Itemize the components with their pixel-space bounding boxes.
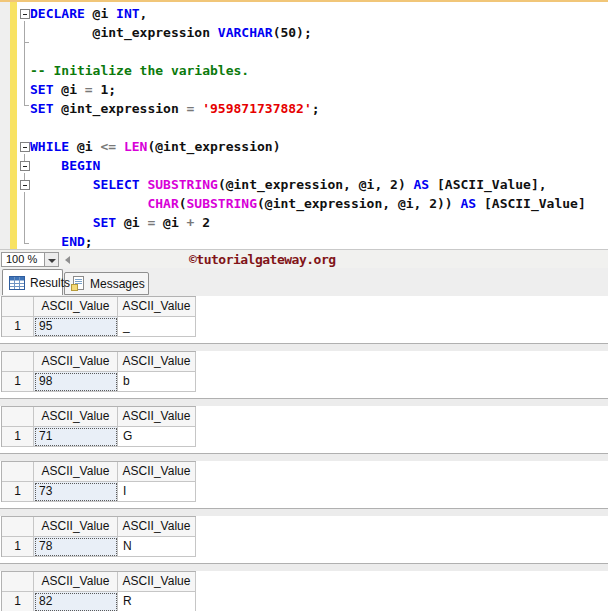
code-line[interactable] xyxy=(30,118,586,137)
results-grid-icon xyxy=(9,276,25,290)
cell-character[interactable]: R xyxy=(118,592,196,611)
code-line[interactable]: SET @i = @i + 2 xyxy=(30,213,586,232)
row-number[interactable]: 1 xyxy=(2,592,34,611)
outline-region-end-tick xyxy=(24,42,29,43)
cell-character[interactable]: G xyxy=(118,427,196,447)
result-set-panel: ASCII_ValueASCII_Value182R xyxy=(0,571,608,611)
column-header-ascii-value[interactable]: ASCII_Value xyxy=(34,352,118,372)
outline-region-end-tick xyxy=(24,243,29,244)
row-number[interactable]: 1 xyxy=(2,317,34,337)
tab-messages-label: Messages xyxy=(90,277,145,291)
result-set-panel: ASCII_ValueASCII_Value171G xyxy=(0,406,608,461)
zoom-level-combobox[interactable]: 100 % xyxy=(1,252,45,267)
results-grid[interactable]: ASCII_ValueASCII_Value171G xyxy=(1,406,196,447)
result-set-panel: ASCII_ValueASCII_Value173I xyxy=(0,461,608,516)
collapse-minus-icon[interactable] xyxy=(20,9,30,19)
column-header-ascii-value[interactable]: ASCII_Value xyxy=(118,517,196,537)
cell-ascii-code[interactable]: 95 xyxy=(34,317,118,337)
cell-character[interactable]: I xyxy=(118,482,196,502)
code-line[interactable]: -- Initialize the variables. xyxy=(30,61,586,80)
code-line[interactable] xyxy=(30,42,586,61)
grid-splitter[interactable] xyxy=(0,508,608,516)
zoom-dropdown-arrow-icon[interactable] xyxy=(45,252,59,267)
grid-corner-cell[interactable] xyxy=(2,462,34,482)
column-header-ascii-value[interactable]: ASCII_Value xyxy=(34,297,118,317)
results-grid[interactable]: ASCII_ValueASCII_Value178N xyxy=(1,516,196,557)
hscrollbar-left-arrow-icon[interactable] xyxy=(62,253,74,266)
code-line[interactable]: DECLARE @i INT, xyxy=(30,4,586,23)
column-header-ascii-value[interactable]: ASCII_Value xyxy=(118,407,196,427)
code-line[interactable]: CHAR(SUBSTRING(@int_expression, @i, 2)) … xyxy=(30,194,586,213)
grid-corner-cell[interactable] xyxy=(2,517,34,537)
row-number[interactable]: 1 xyxy=(2,427,34,447)
column-header-ascii-value[interactable]: ASCII_Value xyxy=(34,517,118,537)
cell-ascii-code[interactable]: 78 xyxy=(34,537,118,557)
grid-splitter[interactable] xyxy=(0,563,608,571)
results-grid[interactable]: ASCII_ValueASCII_Value173I xyxy=(1,461,196,502)
row-number[interactable]: 1 xyxy=(2,482,34,502)
grid-corner-cell[interactable] xyxy=(2,572,34,592)
outline-guide-line xyxy=(24,192,25,243)
cell-ascii-code[interactable]: 98 xyxy=(34,372,118,392)
results-grids: ASCII_ValueASCII_Value195_ASCII_ValueASC… xyxy=(0,296,608,611)
column-header-ascii-value[interactable]: ASCII_Value xyxy=(118,297,196,317)
result-set-panel: ASCII_ValueASCII_Value195_ xyxy=(0,296,608,351)
grid-splitter[interactable] xyxy=(0,453,608,461)
cell-character[interactable]: _ xyxy=(118,317,196,337)
selection-margin xyxy=(0,2,10,249)
code-lines[interactable]: DECLARE @i INT, @int_expression VARCHAR(… xyxy=(30,4,586,251)
grid-splitter[interactable] xyxy=(0,343,608,351)
editor-bottom-bar: 100 % ©tutorialgateway.org xyxy=(0,249,608,268)
collapse-minus-icon[interactable] xyxy=(20,161,30,171)
code-line[interactable]: WHILE @i <= LEN(@int_expression) xyxy=(30,137,586,156)
grid-corner-cell[interactable] xyxy=(2,407,34,427)
tab-results[interactable]: Results xyxy=(2,269,63,295)
messages-page-icon xyxy=(71,276,85,291)
grid-corner-cell[interactable] xyxy=(2,352,34,372)
outline-region-end-tick xyxy=(24,105,29,106)
code-line[interactable]: SELECT SUBSTRING(@int_expression, @i, 2)… xyxy=(30,175,586,194)
results-pane-tab-bar: Results Messages xyxy=(0,268,608,296)
cell-character[interactable]: N xyxy=(118,537,196,557)
cell-ascii-code[interactable]: 73 xyxy=(34,482,118,502)
code-line[interactable]: BEGIN xyxy=(30,156,586,175)
column-header-ascii-value[interactable]: ASCII_Value xyxy=(34,462,118,482)
ssms-query-window: DECLARE @i INT, @int_expression VARCHAR(… xyxy=(0,0,608,611)
code-line[interactable]: SET @int_expression = '959871737882'; xyxy=(30,99,586,118)
results-grid[interactable]: ASCII_ValueASCII_Value182R xyxy=(1,571,196,611)
outline-guide-line xyxy=(24,21,25,105)
code-line[interactable]: SET @i = 1; xyxy=(30,80,586,99)
results-grid[interactable]: ASCII_ValueASCII_Value195_ xyxy=(1,296,196,337)
sql-code-editor[interactable]: DECLARE @i INT, @int_expression VARCHAR(… xyxy=(0,2,608,249)
column-header-ascii-value[interactable]: ASCII_Value xyxy=(34,572,118,592)
result-set-panel: ASCII_ValueASCII_Value198b xyxy=(0,351,608,406)
code-line[interactable]: @int_expression VARCHAR(50); xyxy=(30,23,586,42)
column-header-ascii-value[interactable]: ASCII_Value xyxy=(118,572,196,592)
tab-results-label: Results xyxy=(30,276,70,290)
result-set-panel: ASCII_ValueASCII_Value178N xyxy=(0,516,608,571)
column-header-ascii-value[interactable]: ASCII_Value xyxy=(118,352,196,372)
grid-corner-cell[interactable] xyxy=(2,297,34,317)
column-header-ascii-value[interactable]: ASCII_Value xyxy=(34,407,118,427)
row-number[interactable]: 1 xyxy=(2,537,34,557)
tab-messages[interactable]: Messages xyxy=(64,272,149,295)
grid-splitter[interactable] xyxy=(0,398,608,406)
cell-ascii-code[interactable]: 82 xyxy=(34,592,118,611)
collapse-minus-icon[interactable] xyxy=(20,142,30,152)
results-grid[interactable]: ASCII_ValueASCII_Value198b xyxy=(1,351,196,392)
cell-character[interactable]: b xyxy=(118,372,196,392)
collapse-minus-icon[interactable] xyxy=(20,180,30,190)
cell-ascii-code[interactable]: 71 xyxy=(34,427,118,447)
modified-lines-track-bar xyxy=(10,2,17,249)
column-header-ascii-value[interactable]: ASCII_Value xyxy=(118,462,196,482)
watermark-text: ©tutorialgateway.org xyxy=(189,252,336,267)
row-number[interactable]: 1 xyxy=(2,372,34,392)
